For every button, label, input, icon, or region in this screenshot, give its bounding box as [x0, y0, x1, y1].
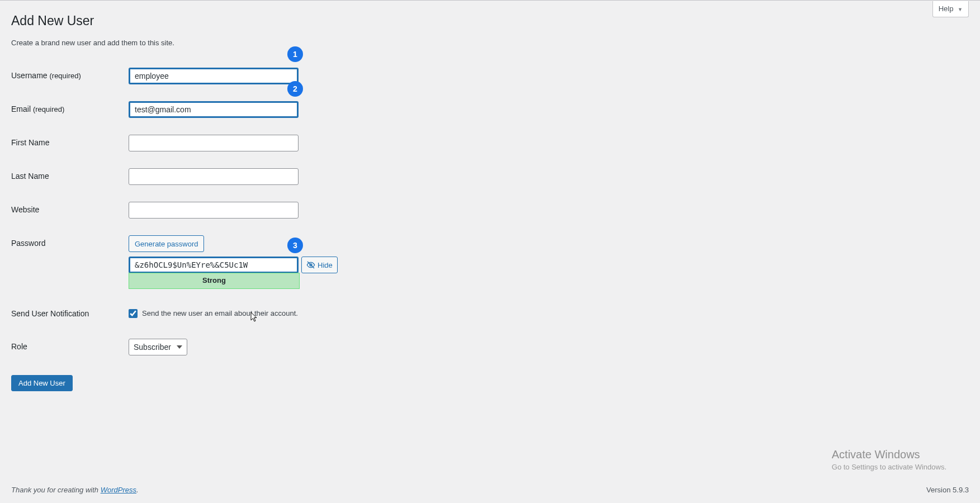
username-input[interactable] — [129, 68, 299, 84]
hide-password-button[interactable]: Hide — [301, 257, 338, 273]
help-tab[interactable]: Help ▼ — [932, 1, 969, 17]
eye-off-icon — [306, 260, 315, 269]
annotation-badge-3: 3 — [287, 238, 303, 253]
help-label: Help — [939, 4, 954, 13]
page-title: Add New User — [11, 12, 969, 30]
page-description: Create a brand new user and add them to … — [11, 38, 969, 48]
password-strength: Strong — [129, 273, 300, 288]
password-label: Password — [11, 227, 123, 297]
watermark-subtitle: Go to Settings to activate Windows. — [832, 462, 946, 472]
password-input[interactable] — [129, 257, 299, 273]
watermark-title: Activate Windows — [832, 447, 946, 462]
username-required: (required) — [49, 72, 81, 80]
chevron-down-icon: ▼ — [958, 6, 963, 13]
notification-checkbox[interactable] — [129, 309, 138, 318]
notification-text: Send the new user an email about their a… — [142, 309, 298, 319]
notification-label: Send User Notification — [11, 297, 123, 331]
firstname-input[interactable] — [129, 135, 299, 151]
hide-password-label: Hide — [318, 261, 333, 269]
wordpress-link[interactable]: WordPress — [101, 486, 136, 494]
footer-credit: Thank you for creating with WordPress. — [11, 485, 139, 495]
username-label: Username — [11, 71, 48, 80]
email-label: Email — [11, 105, 31, 113]
annotation-badge-2: 2 — [287, 81, 303, 97]
role-select[interactable]: Subscriber — [129, 339, 187, 355]
lastname-label: Last Name — [11, 160, 123, 193]
generate-password-button[interactable]: Generate password — [129, 235, 204, 252]
firstname-label: First Name — [11, 126, 123, 160]
website-input[interactable] — [129, 202, 299, 219]
windows-watermark: Activate Windows Go to Settings to activ… — [832, 447, 946, 472]
add-new-user-button[interactable]: Add New User — [11, 375, 73, 391]
email-input[interactable] — [129, 101, 299, 118]
lastname-input[interactable] — [129, 168, 299, 185]
email-required: (required) — [33, 105, 64, 113]
website-label: Website — [11, 193, 123, 227]
role-label: Role — [11, 330, 123, 364]
annotation-badge-1: 1 — [287, 46, 303, 62]
footer-version: Version 5.9.3 — [926, 485, 969, 495]
